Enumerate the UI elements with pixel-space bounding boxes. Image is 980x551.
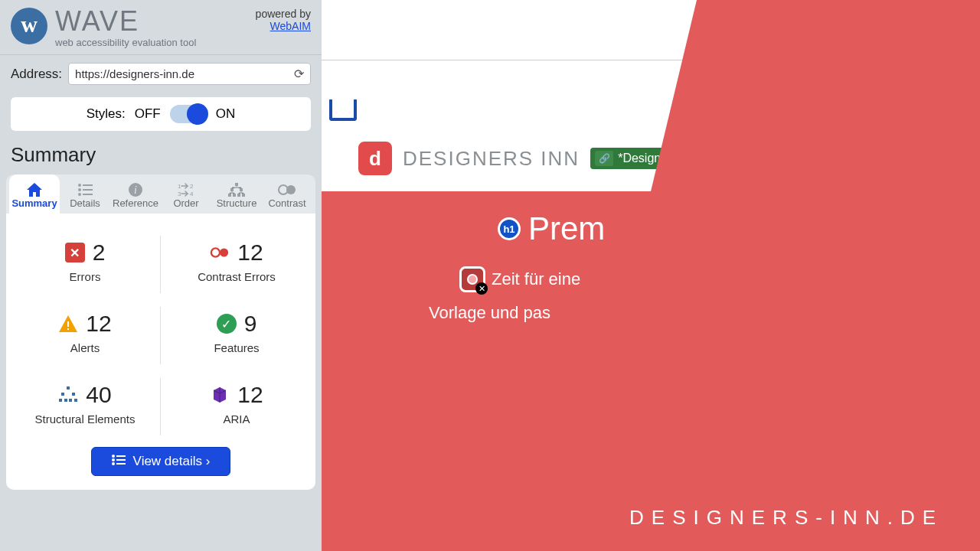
error-icon: ✕ [65,243,85,262]
order-icon: 1234 [161,181,211,197]
svg-rect-28 [59,399,62,402]
wave-logo: w WAVE web accessibility evaluation tool [11,8,196,48]
wave-subtitle: web accessibility evaluation tool [55,37,196,48]
tab-reference[interactable]: i Reference [110,174,161,214]
svg-text:1: 1 [178,183,181,190]
styles-label: Styles: [87,106,126,122]
hero-line2: Vorlage und pas [429,303,550,323]
svg-rect-15 [228,194,231,197]
svg-point-0 [78,184,81,187]
stat-aria[interactable]: 12 ARIA [161,371,312,442]
tabs: Summary Details i Reference 1234 Order [6,174,315,214]
svg-rect-33 [116,455,126,457]
stat-contrast-errors[interactable]: 12 Contrast Errors [161,229,312,300]
hero-line1-row: ✕ Zeit für eine [459,266,580,292]
svg-point-32 [112,455,115,458]
info-icon: i [110,181,161,197]
view-details-button[interactable]: View details › [91,447,231,476]
page-preview: The d DESIGNERS INN 🔗 *Designers In h1 P… [322,0,980,551]
contrast-error-icon [210,243,230,262]
address-field[interactable]: ⟳ [68,63,311,85]
stat-features[interactable]: ✓ 9 Features [161,300,312,371]
svg-point-36 [112,462,115,465]
svg-rect-35 [116,459,126,461]
feature-icon: ✓ [217,314,237,334]
stat-structural[interactable]: 40 Structural Elements [9,371,161,442]
hero-overlay: h1 Prem ✕ Zeit für eine Vorlage und pas … [322,0,980,551]
svg-rect-14 [240,188,243,191]
tab-order[interactable]: 1234 Order [161,174,211,214]
stat-errors[interactable]: ✕ 2 Errors [9,229,161,300]
hero-h1-row: h1 Prem [498,210,605,247]
hero-heading: Prem [528,210,605,247]
svg-rect-13 [230,188,234,191]
home-icon [9,181,60,197]
svg-rect-25 [67,386,70,390]
svg-point-20 [286,185,296,194]
styles-toggle-row: Styles: OFF ON [11,97,311,131]
svg-point-34 [112,458,115,461]
styles-off-label: OFF [135,106,161,122]
svg-rect-31 [74,399,77,402]
hero-line1: Zeit für eine [492,269,580,289]
svg-rect-5 [83,194,93,195]
svg-rect-12 [235,183,238,186]
hero-domain: DESIGNERS-INN.DE [629,506,943,530]
address-label: Address: [11,67,62,82]
svg-point-22 [220,248,228,256]
styles-toggle[interactable] [170,105,207,123]
h1-badge[interactable]: h1 [498,217,521,240]
svg-rect-24 [67,328,69,330]
section-title: Summary [0,140,322,174]
svg-point-4 [78,193,81,196]
svg-point-21 [211,248,220,256]
svg-point-2 [78,188,81,191]
alert-icon [58,314,78,334]
svg-text:i: i [134,184,137,196]
summary-panel: ✕ 2 Errors 12 Contrast Errors [6,214,315,490]
styles-on-label: ON [216,106,236,122]
powered-by: powered by WebAIM [256,8,311,32]
contrast-icon [262,181,312,197]
structure-icon [211,181,262,197]
tab-details[interactable]: Details [60,174,110,214]
address-row: Address: ⟳ [0,55,322,93]
tab-contrast[interactable]: Contrast [262,174,312,214]
stat-alerts[interactable]: 12 Alerts [9,300,161,371]
svg-rect-16 [233,194,236,197]
wave-logo-mark: w [11,8,47,44]
wave-title: WAVE [55,8,196,35]
address-input[interactable] [75,67,294,80]
wave-sidebar: w WAVE web accessibility evaluation tool… [0,0,322,551]
aria-icon [210,385,230,405]
svg-text:4: 4 [190,191,194,197]
sidebar-header: w WAVE web accessibility evaluation tool… [0,0,322,55]
contrast-error-badge[interactable]: ✕ [459,266,485,292]
svg-rect-26 [61,393,64,396]
tab-structure[interactable]: Structure [211,174,262,214]
list-icon [112,454,126,469]
svg-rect-37 [116,463,126,465]
structural-icon [58,385,78,405]
svg-rect-18 [242,194,245,197]
svg-rect-29 [64,399,67,402]
svg-rect-1 [83,184,93,186]
svg-rect-3 [83,189,93,191]
svg-rect-17 [237,194,240,197]
svg-rect-27 [72,393,75,396]
tab-summary[interactable]: Summary [9,174,60,214]
webaim-link[interactable]: WebAIM [270,20,311,32]
svg-rect-23 [67,321,69,327]
refresh-icon[interactable]: ⟳ [294,67,304,81]
list-icon [60,181,110,197]
svg-rect-30 [69,399,72,402]
svg-text:2: 2 [190,183,194,190]
